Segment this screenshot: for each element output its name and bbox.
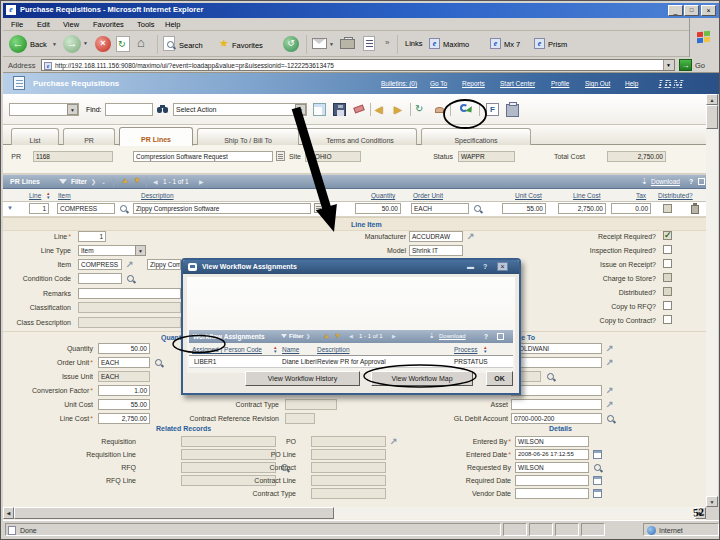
entered-date-field[interactable]: 2008-06-26 17:12:55	[515, 449, 589, 460]
view-workflow-history-button[interactable]: View Workflow History	[245, 371, 360, 386]
ok-button[interactable]: OK	[486, 371, 513, 386]
requested-for-detail-icon[interactable]	[606, 344, 614, 353]
stop-button[interactable]: ×	[95, 36, 111, 52]
select-action-combobox[interactable]: Select Action	[173, 103, 307, 116]
cell-tax[interactable]: 0.00	[611, 203, 651, 214]
cell-order-unit[interactable]: EACH	[411, 203, 469, 214]
scroll-down-button[interactable]: ▼	[706, 496, 718, 507]
requested-by-lookup-icon[interactable]	[593, 463, 603, 473]
row-long-description-icon[interactable]	[314, 203, 323, 213]
condition-code-field[interactable]	[78, 273, 122, 284]
wf-col-person[interactable]: Assigned | Person Code	[192, 346, 262, 353]
item-desc-field[interactable]: Zippy Compression Software	[147, 259, 181, 270]
minimize-button[interactable]: _	[668, 5, 683, 16]
col-item[interactable]: Item	[58, 192, 71, 199]
status-field[interactable]: WAPPR	[458, 151, 515, 162]
header-link-bulletins[interactable]: Bulletins: (0)	[381, 80, 417, 87]
binoculars-icon[interactable]	[157, 105, 169, 114]
tab-pr-lines[interactable]: PR Lines	[119, 127, 193, 146]
delete-row-icon[interactable]	[691, 205, 699, 214]
link-mx7[interactable]: e Mx 7	[490, 36, 532, 54]
next-page-icon[interactable]: ▶	[199, 178, 204, 185]
go-button[interactable]: →	[679, 59, 692, 71]
cell-line-cost[interactable]: 2,750.00	[558, 203, 606, 214]
close-button[interactable]: ×	[701, 5, 716, 16]
header-link-goto[interactable]: Go To	[430, 80, 447, 87]
receipt-required-checkbox[interactable]	[663, 231, 672, 240]
favorites-button[interactable]: ★ Favorites	[219, 35, 277, 55]
location-detail-icon[interactable]	[606, 358, 614, 367]
pr-field[interactable]: 1168	[33, 151, 113, 162]
wf-download-link[interactable]: Download	[439, 333, 466, 339]
tab-terms[interactable]: Terms and Conditions	[303, 128, 417, 145]
create-kpi-icon[interactable]	[433, 103, 446, 116]
asset-detail-icon[interactable]	[606, 400, 614, 409]
wf-col-process[interactable]: Process	[454, 346, 477, 353]
item-detail-icon[interactable]	[126, 260, 134, 269]
col-tax[interactable]: Tax	[636, 192, 646, 199]
dialog-help-icon[interactable]: ?	[483, 263, 487, 270]
scroll-up-button[interactable]: ▲	[706, 94, 718, 105]
line-field[interactable]: 1	[78, 231, 106, 242]
item-lookup-icon[interactable]	[119, 204, 129, 214]
col-line[interactable]: Line	[29, 192, 41, 199]
toolbar-chevron-icon[interactable]: »	[385, 38, 389, 47]
col-description[interactable]: Description	[141, 192, 174, 199]
horizontal-scrollbar[interactable]: ◀ ▶	[3, 507, 706, 519]
print-button[interactable]	[340, 39, 355, 49]
work-order-detail-icon[interactable]	[606, 386, 614, 395]
pr-lines-row[interactable]: ▼ 1 COMPRESS Zippy Compression Software …	[3, 202, 706, 217]
vertical-scrollbar[interactable]: ▲ ▼	[706, 94, 718, 507]
wf-filter-expand-icon[interactable]: ❯	[306, 333, 310, 339]
filter-expand-icon[interactable]: ❯	[91, 178, 96, 185]
line-type-dropdown-icon[interactable]	[135, 245, 146, 256]
find-input[interactable]	[105, 103, 153, 116]
wf-row[interactable]: LIBER1 Diane Liberi Review PR for Approv…	[189, 356, 513, 368]
issue-unit-field[interactable]: EACH	[98, 371, 150, 382]
dialog-close-icon[interactable]: ×	[497, 262, 508, 271]
condition-code-lookup-icon[interactable]	[126, 274, 136, 284]
mail-button[interactable]	[312, 38, 327, 49]
gl-debit-lookup-icon[interactable]	[606, 414, 616, 424]
required-date-field[interactable]	[515, 475, 589, 486]
wf-sort-asc-icon[interactable]: ▲	[323, 331, 330, 341]
classification-field[interactable]	[78, 302, 181, 313]
view-workflow-map-button[interactable]: View Workflow Map	[371, 371, 473, 386]
reports-icon[interactable]: F	[486, 103, 499, 116]
menu-tools[interactable]: Tools	[137, 20, 155, 29]
header-link-reports[interactable]: Reports	[462, 80, 485, 87]
po-line-field[interactable]	[311, 449, 386, 460]
vendor-date-calendar-icon[interactable]	[593, 489, 602, 498]
clear-changes-icon[interactable]	[353, 103, 366, 116]
wf-prev-page-icon[interactable]: ◀	[349, 333, 353, 339]
header-link-signout[interactable]: Sign Out	[585, 80, 610, 87]
entered-by-field[interactable]: WILSON	[515, 436, 589, 447]
wf-col-description[interactable]: Description	[317, 346, 350, 353]
cell-unit-cost[interactable]: 55.00	[502, 203, 546, 214]
contract-type-field[interactable]	[285, 399, 337, 410]
required-date-calendar-icon[interactable]	[593, 476, 602, 485]
cell-quantity[interactable]: 50.00	[355, 203, 401, 214]
change-status-icon[interactable]: ↻	[415, 103, 428, 116]
help-icon[interactable]: ?	[689, 178, 693, 185]
col-order-unit[interactable]: Order Unit	[413, 192, 443, 199]
prev-page-icon[interactable]: ◀	[153, 178, 158, 185]
next-record-icon[interactable]: ▶	[394, 103, 407, 116]
wf-next-page-icon[interactable]: ▶	[392, 333, 396, 339]
scroll-left-button[interactable]: ◀	[3, 507, 14, 519]
rr-contract-type-field[interactable]	[311, 488, 386, 499]
tab-ship-to[interactable]: Ship To / Bill To	[197, 128, 299, 145]
menu-favorites[interactable]: Favorites	[93, 20, 124, 29]
copy-to-contract-checkbox[interactable]	[663, 315, 672, 324]
entered-date-calendar-icon[interactable]	[593, 450, 602, 459]
col-line-cost[interactable]: Line Cost	[573, 192, 600, 199]
contract-field[interactable]	[311, 462, 386, 473]
requested-by-field[interactable]: WILSON	[515, 462, 589, 473]
quantity-field[interactable]: 50.00	[98, 343, 150, 354]
manufacturer-field[interactable]: ACCUDRAW	[409, 231, 463, 242]
hscroll-thumb[interactable]	[14, 507, 334, 519]
unit-cost-field[interactable]: 55.00	[98, 399, 150, 410]
col-distributed[interactable]: Distributed?	[658, 192, 693, 199]
header-link-help[interactable]: Help	[625, 80, 638, 87]
print-report-icon[interactable]	[506, 104, 519, 117]
